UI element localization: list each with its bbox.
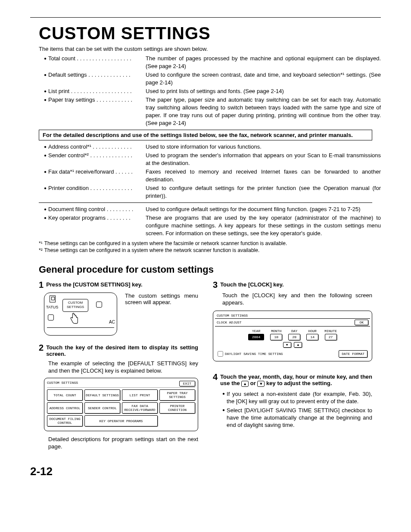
footnote-1: *¹These settings can be configured in a …: [39, 240, 381, 247]
step-4-title: Touch the year, month, day, hour or minu…: [220, 373, 372, 387]
panel-button: [48, 314, 54, 320]
step-2-body: The example of selecting the [DEFAULT SE…: [48, 360, 198, 374]
step-4-bullet-2: ●Select [DAYLIGHT SAVING TIME SETTING] c…: [222, 407, 372, 429]
menu-key[interactable]: DOCUMENT FILING CONTROL: [47, 415, 83, 426]
ok-button[interactable]: OK: [355, 320, 368, 325]
step-2-after: Detailed descriptions for program settin…: [48, 436, 198, 450]
step-3-body: Touch the [CLOCK] key and then the follo…: [222, 292, 372, 306]
usb-port-icon: [50, 296, 56, 302]
ac-label: AC: [109, 320, 115, 324]
screen-title-label: CUSTOM SETTINGS: [47, 381, 78, 386]
up-arrow-button[interactable]: ▲: [294, 342, 302, 348]
bullet-item: ●Paper tray settings . . . . . . . . . .…: [44, 96, 381, 127]
menu-key[interactable]: SENDER CONTROL: [84, 402, 120, 414]
footnote-2: *²These settings can be configured in a …: [39, 247, 381, 254]
bullet-item: ●Default settings . . . . . . . . . . . …: [44, 71, 381, 87]
menu-key[interactable]: KEY OPERATOR PROGRAMS: [84, 415, 158, 426]
menu-key[interactable]: FAX DATA RECEIVE/FORWARD: [122, 402, 158, 414]
bullet-item: ●Printer condition . . . . . . . . . . .…: [44, 184, 381, 200]
menu-key[interactable]: TOTAL COUNT: [47, 389, 83, 401]
screen2-breadcrumb: CUSTOM SETTINGS: [215, 313, 370, 319]
date-field[interactable]: YEAR2004: [248, 329, 264, 340]
page-title: CUSTOM SETTINGS: [39, 24, 372, 43]
menu-key[interactable]: LIST PRINT: [122, 389, 158, 401]
custom-settings-screen: CUSTOM SETTINGS EXIT TOTAL COUNTDEFAULT …: [44, 378, 198, 431]
panel-button: [96, 302, 102, 308]
step-3-title: Touch the [CLOCK] key.: [220, 281, 284, 289]
menu-key[interactable]: ADDRESS CONTROL: [47, 402, 83, 414]
control-panel-figure: TATUS CUSTOM SETTINGS AC: [44, 292, 117, 336]
menu-key[interactable]: DEFAULT SETTINGS: [84, 389, 120, 401]
section-heading: General procedure for custom settings: [39, 264, 381, 275]
bullet-item: ●Fax data*¹ receive/forward . . . . . .F…: [44, 168, 381, 184]
reference-box: For the detailed descriptions and use of…: [39, 130, 372, 140]
step-number-2: 2: [39, 343, 44, 357]
date-field[interactable]: HOUR14: [306, 329, 318, 340]
exit-button[interactable]: EXIT: [179, 381, 195, 386]
step-1-body: The custom settings menu screen will app…: [125, 292, 198, 305]
step-number-1: 1: [39, 280, 44, 289]
screen2-title: CLOCK ADJUST: [217, 320, 242, 324]
intro-text: The items that can be set with the custo…: [39, 46, 381, 52]
bullet-item: ●Total count . . . . . . . . . . . . . .…: [44, 55, 381, 70]
bullet-item: ●Key operator programs . . . . . . . .Th…: [44, 214, 381, 237]
bullet-item: ●Address control*¹ . . . . . . . . . . .…: [44, 143, 381, 151]
pointing-hand-icon: [69, 312, 79, 325]
step-2-title: Touch the key of the desired item to dis…: [46, 344, 198, 357]
down-arrow-button[interactable]: ▼: [283, 342, 291, 348]
date-field[interactable]: DAY20: [288, 329, 300, 340]
date-field[interactable]: MINUTE27: [324, 329, 337, 340]
down-key-icon: ▼: [257, 381, 265, 387]
clock-adjust-screen: CUSTOM SETTINGS CLOCK ADJUST OK YEAR2004…: [213, 311, 372, 361]
status-label-cropped: TATUS: [46, 305, 58, 309]
daylight-saving-checkbox[interactable]: DAYLIGHT SAVING TIME SETTING: [218, 351, 283, 357]
date-field[interactable]: MONTH10: [270, 329, 282, 340]
page-number: 2-12: [30, 465, 381, 478]
bullet-item: ●List print . . . . . . . . . . . . . . …: [44, 87, 381, 95]
custom-settings-key[interactable]: CUSTOM SETTINGS: [62, 299, 88, 312]
menu-key[interactable]: PRINTER CONDITION: [159, 402, 195, 414]
up-key-icon: ▲: [241, 381, 249, 387]
bullet-item: ●Document filing control . . . . . . . .…: [44, 205, 381, 213]
menu-key[interactable]: PAPER TRAY SETTINGS: [159, 389, 195, 401]
step-number-4: 4: [213, 373, 218, 387]
step-4-bullet-1: ●If you select a non-existent date (for …: [222, 390, 372, 405]
bullet-item: ●Sender control*² . . . . . . . . . . . …: [44, 152, 381, 167]
step-number-3: 3: [213, 280, 218, 289]
date-format-button[interactable]: DATE FORMAT: [339, 350, 367, 358]
step-1-title: Press the [CUSTOM SETTINGS] key.: [46, 281, 142, 289]
